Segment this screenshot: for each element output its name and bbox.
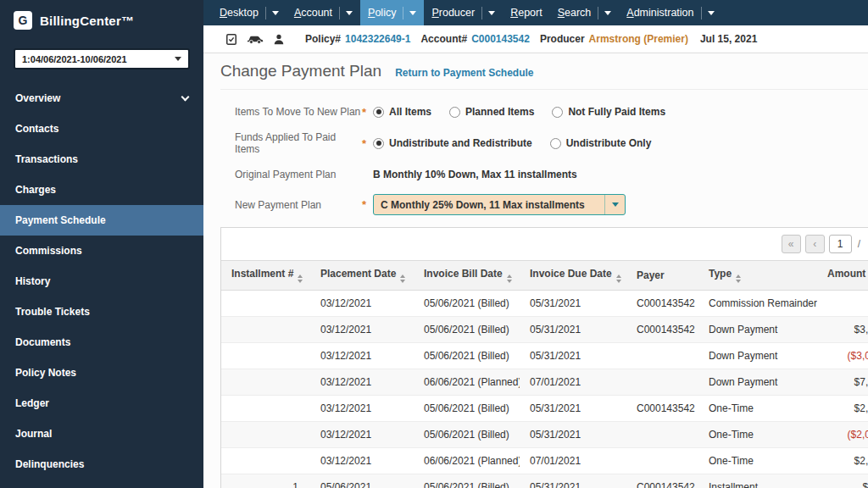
tab-producer[interactable]: Producer — [424, 0, 503, 25]
column-header-invoice-due-date[interactable]: Invoice Due Date — [520, 261, 626, 291]
checklist-icon[interactable] — [225, 33, 237, 46]
cell-amount: $2,000.00 — [817, 396, 868, 422]
sort-icon[interactable] — [736, 274, 741, 283]
page-number-box[interactable]: 1 — [829, 235, 852, 253]
cell-due: 05/31/2021 — [520, 317, 626, 343]
cell-payer — [626, 369, 698, 396]
table-row[interactable]: 03/12/202106/06/2021 (Planned)07/01/2021… — [221, 369, 868, 396]
vehicle-icon[interactable] — [247, 33, 264, 45]
radio-label: Undistribute Only — [566, 137, 652, 149]
radio-button-icon[interactable] — [552, 107, 563, 118]
radio-undistribute-and-redistribute[interactable]: Undistribute and Redistribute — [373, 137, 532, 149]
cell-payer: C000143542 — [626, 474, 698, 488]
cell-installment — [221, 317, 310, 343]
table-row[interactable]: 03/12/202105/06/2021 (Billed)05/31/2021C… — [221, 291, 868, 317]
chevron-down-icon[interactable] — [488, 11, 495, 15]
tab-policy[interactable]: Policy — [360, 0, 424, 25]
radio-button-icon[interactable] — [449, 107, 460, 118]
column-header-label: Amount — [827, 268, 865, 280]
sidebar-item-transactions[interactable]: Transactions — [0, 144, 203, 175]
cell-amount: $2,000.00 — [817, 448, 868, 474]
column-header-type[interactable]: Type — [698, 261, 817, 291]
table-row[interactable]: 03/12/202105/06/2021 (Billed)05/31/2021O… — [221, 422, 868, 448]
chevron-down-icon[interactable] — [272, 11, 279, 15]
sidebar-item-overview[interactable]: Overview — [0, 83, 203, 114]
chevron-down-icon[interactable] — [346, 11, 353, 15]
cell-installment — [221, 291, 310, 317]
tab-administration[interactable]: Administration — [619, 0, 721, 25]
sort-icon[interactable] — [616, 274, 621, 283]
prev-page-button[interactable]: ‹ — [805, 235, 825, 253]
items-to-move-label: Items To Move To New Plan — [235, 106, 362, 118]
table-row[interactable]: 03/12/202106/06/2021 (Planned)07/01/2021… — [221, 448, 868, 474]
table-row[interactable]: 03/12/202105/06/2021 (Billed)05/31/2021C… — [221, 317, 868, 343]
return-to-payment-schedule-link[interactable]: Return to Payment Schedule — [395, 67, 533, 79]
main-area: DesktopAccountPolicyProducerReportSearch… — [203, 0, 868, 488]
tab-search[interactable]: Search — [550, 0, 620, 25]
sort-icon[interactable] — [400, 274, 405, 283]
chevron-down-icon[interactable] — [604, 11, 611, 15]
cell-installment — [221, 422, 310, 448]
sidebar-item-label: Delinquencies — [15, 458, 84, 470]
first-page-button[interactable]: « — [782, 235, 801, 253]
cell-bill: 05/06/2021 (Billed) — [414, 474, 520, 488]
chevron-down-icon[interactable] — [409, 11, 416, 15]
sidebar-item-commissions[interactable]: Commissions — [0, 236, 203, 266]
sidebar-item-payment-schedule[interactable]: Payment Schedule — [0, 205, 203, 236]
original-plan-row: Original Payment Plan B Monthly 10% Down… — [235, 166, 868, 183]
cell-placement: 05/06/2021 — [310, 474, 414, 488]
sidebar-item-policy-notes[interactable]: Policy Notes — [0, 358, 203, 388]
radio-planned-items[interactable]: Planned Items — [449, 106, 534, 118]
current-date: Jul 15, 2021 — [700, 33, 757, 45]
radio-button-icon[interactable] — [373, 107, 384, 118]
sidebar-item-delinquencies[interactable]: Delinquencies — [0, 449, 203, 480]
account-number-link[interactable]: C000143542 — [471, 33, 530, 45]
page-separator: / — [858, 238, 860, 250]
sidebar-item-journal[interactable]: Journal — [0, 419, 203, 449]
tab-report[interactable]: Report — [503, 0, 550, 25]
policy-number-link[interactable]: 1042322649-1 — [345, 33, 410, 45]
cell-amount: $681.82 — [817, 474, 868, 488]
radio-button-icon[interactable] — [373, 138, 384, 149]
sidebar-item-contacts[interactable]: Contacts — [0, 114, 203, 144]
tab-divider — [598, 7, 598, 19]
column-header-payer[interactable]: Payer — [626, 261, 698, 291]
page-title: Change Payment Plan — [220, 62, 381, 80]
producer-link[interactable]: Armstrong (Premier) — [589, 33, 688, 45]
new-payment-plan-select[interactable]: C Monthly 25% Down, 11 Max installments — [373, 194, 626, 215]
sort-icon[interactable] — [507, 274, 512, 283]
radio-all-items[interactable]: All Items — [373, 106, 431, 118]
cell-type: One-Time — [698, 422, 817, 448]
sidebar-item-history[interactable]: History — [0, 266, 203, 297]
select-dropdown-button[interactable] — [604, 195, 625, 214]
cell-payer: C000143542 — [626, 317, 698, 343]
sidebar-nav: OverviewContactsTransactionsChargesPayme… — [0, 83, 203, 488]
column-header-invoice-bill-date[interactable]: Invoice Bill Date — [414, 261, 520, 291]
person-icon[interactable] — [273, 33, 285, 46]
tab-account[interactable]: Account — [287, 0, 360, 25]
page-header: Change Payment Plan Return to Payment Sc… — [220, 58, 868, 90]
sidebar: G BillingCenter™ 1:04/06/2021-10/06/2021… — [0, 0, 203, 488]
funds-applied-options: Undistribute and RedistributeUndistribut… — [373, 137, 651, 149]
chevron-down-icon[interactable] — [708, 11, 715, 15]
sidebar-item-trouble-tickets[interactable]: Trouble Tickets — [0, 297, 203, 327]
sidebar-item-ledger[interactable]: Ledger — [0, 388, 203, 419]
sidebar-item-documents[interactable]: Documents — [0, 327, 203, 358]
column-header-amount[interactable]: Amount — [817, 261, 868, 291]
sidebar-item-label: History — [15, 275, 50, 287]
policy-period-selector[interactable]: 1:04/06/2021-10/06/2021 — [14, 48, 190, 69]
sidebar-item-charges[interactable]: Charges — [0, 175, 203, 205]
column-header-placement-date[interactable]: Placement Date — [310, 261, 414, 291]
tab-desktop[interactable]: Desktop — [212, 0, 287, 25]
column-header-installment[interactable]: Installment # — [221, 261, 310, 291]
cell-payer — [626, 343, 698, 369]
table-row[interactable]: 03/12/202105/06/2021 (Billed)05/31/2021C… — [221, 396, 868, 422]
cell-amount: ($2,000.00) — [817, 422, 868, 448]
radio-undistribute-only[interactable]: Undistribute Only — [550, 137, 652, 149]
radio-button-icon[interactable] — [550, 138, 561, 149]
payment-schedule-table-area: « ‹ 1 / Installment #Placement DateInvoi… — [220, 227, 868, 488]
sort-icon[interactable] — [298, 274, 303, 283]
table-row[interactable]: 03/12/202105/06/2021 (Billed)05/31/2021D… — [221, 343, 868, 369]
radio-not-fully-paid-items[interactable]: Not Fully Paid Items — [552, 106, 665, 118]
table-row[interactable]: 105/06/202105/06/2021 (Billed)05/31/2021… — [221, 474, 868, 488]
